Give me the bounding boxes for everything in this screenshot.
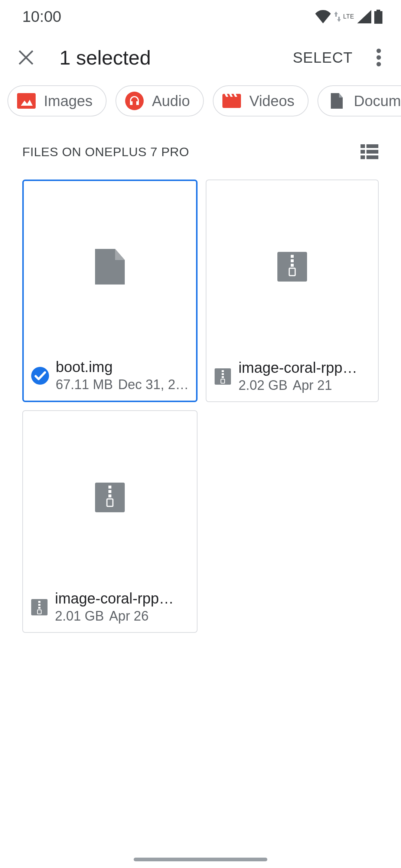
files-section-header: FILES ON ONEPLUS 7 PRO — [0, 124, 401, 172]
videos-icon — [222, 92, 241, 110]
gesture-nav-bar[interactable] — [134, 858, 267, 861]
select-button[interactable]: SELECT — [293, 49, 353, 66]
svg-rect-3 — [17, 93, 36, 109]
file-date: Apr 26 — [109, 608, 149, 624]
chip-label: Audio — [152, 93, 190, 109]
svg-point-2 — [376, 62, 381, 66]
file-preview — [206, 180, 378, 353]
list-view-icon — [361, 144, 378, 159]
status-time: 10:00 — [22, 8, 61, 26]
files-grid: boot.img 67.11 MB Dec 31, 2… image-coral… — [0, 172, 401, 640]
file-size: 2.01 GB — [55, 608, 104, 624]
svg-rect-7 — [366, 144, 378, 148]
chip-videos[interactable]: Videos — [213, 85, 309, 116]
svg-rect-25 — [108, 490, 111, 493]
svg-rect-30 — [38, 604, 40, 606]
images-icon — [17, 92, 36, 110]
svg-rect-24 — [108, 486, 111, 489]
chip-documents[interactable]: Documen — [317, 85, 401, 116]
chip-label: Documen — [354, 93, 401, 109]
file-name: image-coral-rpp… — [55, 590, 174, 607]
svg-rect-15 — [291, 259, 294, 262]
file-meta: 2.01 GB Apr 26 — [55, 608, 174, 624]
wifi-icon — [315, 10, 331, 23]
archive-icon — [95, 483, 125, 512]
archive-icon — [277, 252, 307, 282]
file-meta: 2.02 GB Apr 21 — [238, 378, 357, 393]
battery-icon — [374, 10, 382, 24]
archive-badge-icon — [214, 368, 232, 385]
file-preview — [24, 181, 196, 352]
svg-rect-19 — [222, 370, 224, 372]
svg-rect-9 — [366, 150, 378, 154]
svg-rect-10 — [361, 155, 365, 159]
file-name: image-coral-rpp… — [238, 359, 357, 376]
svg-rect-16 — [291, 264, 294, 267]
file-footer: image-coral-rpp… 2.02 GB Apr 21 — [206, 353, 378, 401]
section-title: FILES ON ONEPLUS 7 PRO — [22, 145, 189, 159]
filter-chip-row: Images Audio Videos Documen — [0, 82, 401, 124]
svg-rect-26 — [108, 494, 111, 497]
swap-icon — [334, 11, 341, 22]
chip-label: Images — [44, 93, 92, 109]
file-date: Dec 31, 2… — [118, 377, 189, 392]
selected-check-icon — [31, 367, 49, 385]
file-name: boot.img — [56, 359, 186, 375]
file-icon — [95, 249, 125, 285]
svg-point-1 — [376, 55, 381, 60]
file-meta: 67.11 MB Dec 31, 2… — [56, 377, 189, 392]
close-icon — [18, 49, 34, 66]
svg-rect-29 — [38, 601, 40, 603]
svg-rect-11 — [366, 155, 378, 159]
file-preview — [23, 411, 197, 583]
svg-point-0 — [376, 49, 381, 53]
lte-label: LTE — [343, 13, 354, 20]
svg-rect-21 — [222, 376, 224, 378]
file-card[interactable]: boot.img 67.11 MB Dec 31, 2… — [22, 180, 198, 402]
file-size: 67.11 MB — [56, 377, 113, 392]
signal-icon — [357, 10, 371, 23]
chip-audio[interactable]: Audio — [115, 85, 204, 116]
svg-point-4 — [125, 92, 144, 110]
status-icons: LTE — [315, 10, 382, 24]
documents-icon — [327, 92, 346, 110]
overflow-menu-button[interactable] — [368, 43, 390, 72]
file-card[interactable]: image-coral-rpp… 2.01 GB Apr 26 — [22, 410, 198, 633]
file-card[interactable]: image-coral-rpp… 2.02 GB Apr 21 — [206, 180, 379, 402]
svg-rect-14 — [291, 255, 294, 258]
chip-label: Videos — [249, 93, 294, 109]
chip-images[interactable]: Images — [7, 85, 107, 116]
file-date: Apr 21 — [293, 378, 332, 393]
selection-count-title: 1 selected — [59, 46, 293, 69]
view-toggle-button[interactable] — [360, 142, 379, 161]
svg-rect-31 — [38, 607, 40, 609]
more-vert-icon — [376, 49, 381, 66]
status-bar: 10:00 LTE — [0, 0, 401, 33]
archive-badge-icon — [30, 598, 48, 616]
svg-rect-8 — [361, 150, 365, 154]
svg-rect-6 — [361, 144, 365, 148]
close-button[interactable] — [11, 43, 41, 72]
svg-rect-20 — [222, 373, 224, 375]
file-size: 2.02 GB — [238, 378, 287, 393]
file-footer: image-coral-rpp… 2.01 GB Apr 26 — [23, 583, 197, 632]
svg-point-12 — [31, 367, 49, 385]
file-footer: boot.img 67.11 MB Dec 31, 2… — [24, 352, 196, 401]
audio-icon — [125, 92, 144, 110]
selection-app-bar: 1 selected SELECT — [0, 33, 401, 82]
